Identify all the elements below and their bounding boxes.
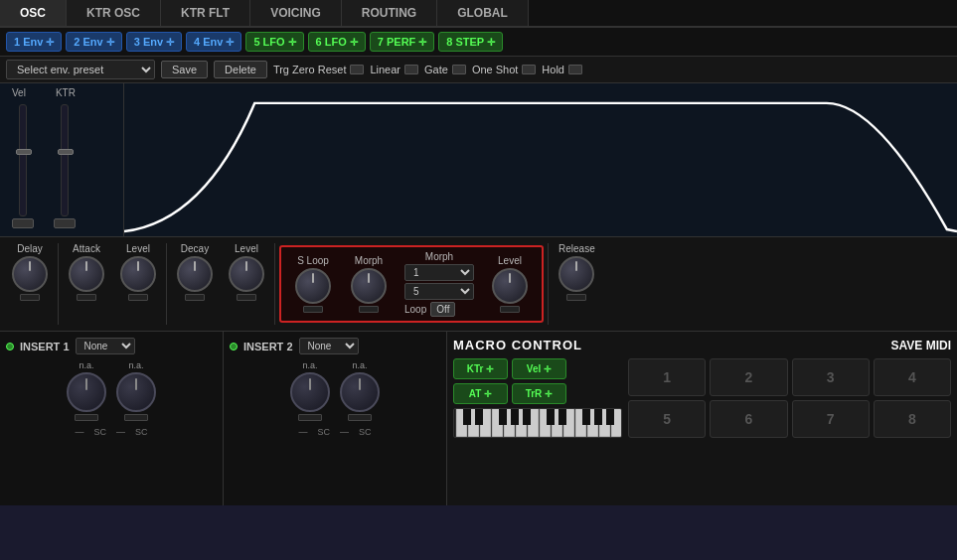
gate-toggle: Gate	[424, 64, 466, 75]
macro-cell-6[interactable]: 6	[710, 400, 787, 438]
trg-zero-reset-led[interactable]	[350, 65, 364, 74]
level1-led[interactable]	[128, 294, 148, 301]
knob-section-wrapper: Delay Attack Level Decay Level	[0, 237, 957, 332]
piano-svg	[454, 408, 621, 437]
macro-piano[interactable]	[453, 408, 622, 438]
div2	[166, 243, 167, 325]
top-nav: OSC KTR OSC KTR FLT VOICING ROUTING GLOB…	[0, 0, 957, 28]
insert-2-led1[interactable]	[298, 414, 322, 421]
insert-2-led2[interactable]	[348, 414, 372, 421]
env-2-move-icon: ✛	[106, 37, 114, 48]
macro-cell-3[interactable]: 3	[792, 358, 870, 396]
macro-tag-vel[interactable]: Vel ✛	[512, 358, 566, 379]
one-shot-led[interactable]	[522, 65, 536, 74]
release-group: Release	[551, 243, 603, 325]
macro-cell-5[interactable]: 5	[628, 400, 706, 438]
insert-2-knob1[interactable]	[290, 372, 330, 412]
morph-select-2[interactable]: 5	[404, 283, 474, 300]
morph1-led[interactable]	[359, 306, 379, 313]
gate-led[interactable]	[452, 65, 466, 74]
hold-led[interactable]	[568, 65, 582, 74]
decay-led[interactable]	[185, 294, 205, 301]
macro-cell-1[interactable]: 1	[628, 358, 706, 396]
level2-led[interactable]	[237, 294, 256, 301]
level2-group: Level	[221, 243, 272, 325]
tab-ktr-flt[interactable]: KTR FLT	[161, 0, 250, 26]
release-knob[interactable]	[558, 256, 594, 292]
insert-1-select[interactable]: None	[76, 338, 135, 354]
env-1-btn[interactable]: 1 Env ✛	[6, 32, 62, 52]
macro-cell-2[interactable]: 2	[710, 358, 787, 396]
env-6-btn[interactable]: 6 LFO ✛	[308, 32, 366, 52]
env-7-btn[interactable]: 7 PERF ✛	[370, 32, 435, 52]
release-led[interactable]	[566, 294, 586, 301]
macro-cell-8[interactable]: 8	[874, 400, 951, 438]
insert-1-led2[interactable]	[124, 414, 148, 421]
tab-ktr-osc[interactable]: KTR OSC	[67, 0, 161, 26]
loop-label: Loop	[404, 304, 426, 315]
insert-1-knob2[interactable]	[116, 372, 156, 412]
attack-led[interactable]	[77, 294, 96, 301]
tab-global[interactable]: GLOBAL	[437, 0, 529, 26]
insert-2-knob2[interactable]	[340, 372, 380, 412]
macro-tag-ktr[interactable]: KTr ✛	[453, 358, 508, 379]
insert-1-led1[interactable]	[75, 414, 98, 421]
sloop-knob[interactable]	[295, 268, 331, 304]
attack-group: Attack	[61, 243, 112, 325]
release-label: Release	[558, 243, 595, 254]
env-5-btn[interactable]: 5 LFO ✛	[245, 32, 303, 52]
macro-cell-7[interactable]: 7	[792, 400, 870, 438]
slider-area	[4, 100, 119, 232]
insert-2-select[interactable]: None	[299, 338, 359, 354]
attack-knob[interactable]	[69, 256, 104, 292]
preset-select[interactable]: Select env. preset	[6, 60, 155, 79]
decay-group: Decay	[169, 243, 221, 325]
ktr-end-btn[interactable]	[54, 218, 76, 228]
env-4-btn[interactable]: 4 Env ✛	[186, 32, 241, 52]
macro-body: KTr ✛ Vel ✛ AT ✛ TrR ✛	[453, 358, 951, 438]
macro-left: KTr ✛ Vel ✛ AT ✛ TrR ✛	[453, 358, 622, 438]
save-midi-btn[interactable]: SAVE MIDI	[891, 339, 951, 352]
macro-cell-4[interactable]: 4	[874, 358, 951, 396]
vel-slider[interactable]	[12, 104, 34, 228]
tab-voicing[interactable]: VOICING	[250, 0, 342, 26]
env-4-label: 4 Env	[194, 36, 223, 48]
vel-thumb[interactable]	[16, 149, 32, 155]
macro-tag-ktr-icon: ✛	[486, 364, 494, 374]
morph1-knob[interactable]	[351, 268, 387, 304]
level-morph-led[interactable]	[500, 306, 520, 313]
macro-tag-at[interactable]: AT ✛	[453, 383, 508, 404]
delay-led[interactable]	[20, 294, 40, 301]
insert-1-knobs: n.a. n.a.	[6, 358, 217, 423]
insert-1-knob1[interactable]	[67, 372, 106, 412]
env-3-btn[interactable]: 3 Env ✛	[126, 32, 182, 52]
ktr-slider[interactable]	[54, 104, 76, 228]
delay-label: Delay	[17, 243, 43, 254]
delete-button[interactable]: Delete	[214, 61, 267, 78]
save-button[interactable]: Save	[161, 61, 208, 78]
insert-1-knob2-group: n.a.	[116, 360, 156, 421]
delay-knob[interactable]	[12, 256, 48, 292]
vel-ktr-labels: Vel KTR	[4, 87, 119, 98]
ktr-thumb[interactable]	[58, 149, 74, 155]
decay-knob[interactable]	[177, 256, 213, 292]
tab-osc[interactable]: OSC	[0, 0, 67, 26]
linear-led[interactable]	[404, 65, 418, 74]
sloop-group: S Loop	[287, 255, 339, 313]
sloop-led[interactable]	[303, 306, 323, 313]
insert-2-knobs: n.a. n.a.	[230, 358, 440, 423]
macro-panel: MACRO CONTROL SAVE MIDI KTr ✛ Vel ✛	[447, 332, 957, 505]
tab-routing[interactable]: ROUTING	[342, 0, 437, 26]
insert-1-sc2: SC	[135, 427, 148, 437]
level-morph-knob[interactable]	[492, 268, 528, 304]
env-row: 1 Env ✛ 2 Env ✛ 3 Env ✛ 4 Env ✛ 5 LFO ✛ …	[0, 28, 957, 57]
env-2-btn[interactable]: 2 Env ✛	[66, 32, 121, 52]
loop-off-btn[interactable]: Off	[430, 302, 455, 317]
morph-select-1[interactable]: 1	[404, 264, 474, 281]
hold-toggle: Hold	[542, 64, 582, 75]
level1-knob[interactable]	[120, 256, 156, 292]
vel-end-btn[interactable]	[12, 218, 34, 228]
macro-tag-trr[interactable]: TrR ✛	[512, 383, 566, 404]
level2-knob[interactable]	[229, 256, 264, 292]
env-8-btn[interactable]: 8 STEP ✛	[438, 32, 503, 52]
